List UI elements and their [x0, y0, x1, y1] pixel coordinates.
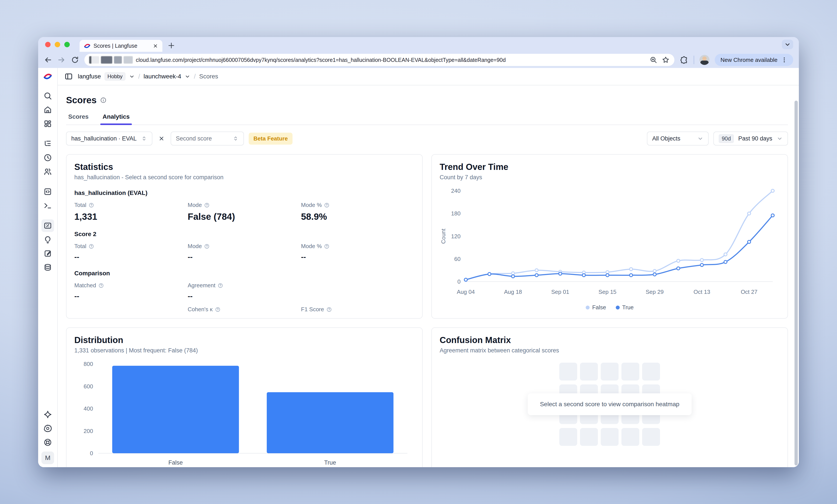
chevron-down-icon[interactable]: [129, 74, 135, 79]
score2-total-value: --: [74, 253, 188, 261]
zoom-icon[interactable]: [649, 56, 657, 64]
help-icon[interactable]: [217, 283, 223, 288]
date-range-select[interactable]: 90d Past 90 days: [713, 132, 788, 146]
sidebar-item-evaluators[interactable]: [41, 233, 54, 246]
svg-text:Sep 01: Sep 01: [551, 288, 569, 295]
breadcrumb-org[interactable]: langfuse: [78, 73, 101, 80]
object-type-select[interactable]: All Objects: [647, 132, 709, 146]
forward-button[interactable]: [57, 56, 66, 64]
search-icon: [43, 92, 52, 100]
svg-text:Count: Count: [440, 228, 447, 244]
sidebar-item-playground[interactable]: [41, 199, 54, 212]
sidebar-item-prompts[interactable]: [41, 185, 54, 198]
extensions-button[interactable]: [680, 56, 688, 64]
chrome-update-pill[interactable]: New Chrome available: [715, 54, 793, 66]
chrome-update-label: New Chrome available: [720, 57, 778, 63]
trend-title: Trend Over Time: [440, 162, 780, 172]
tab-analytics[interactable]: Analytics: [102, 113, 130, 125]
help-icon[interactable]: [204, 243, 210, 249]
matched-value: --: [74, 292, 188, 300]
sidebar-toggle-icon[interactable]: [64, 72, 73, 81]
profile-avatar[interactable]: [699, 55, 710, 65]
plus-icon: [167, 42, 175, 49]
browser-tab[interactable]: Scores | Langfuse: [79, 40, 162, 52]
help-icon[interactable]: [324, 202, 330, 208]
confusion-cell: [559, 428, 577, 446]
help-icon[interactable]: [89, 243, 94, 249]
confusion-placeholder: Select a second score to view comparison…: [440, 363, 780, 446]
help-icon[interactable]: [204, 202, 210, 208]
address-bar[interactable]: cloud.langfuse.com/project/cmhnuoj660007…: [84, 54, 674, 66]
sidebar-item-scores[interactable]: [41, 219, 54, 232]
agreement-label: Agreement: [188, 282, 301, 289]
page-scrollbar[interactable]: [795, 100, 798, 466]
window-controls: [45, 42, 70, 47]
confusion-cell: [642, 363, 660, 380]
svg-text:Sep 15: Sep 15: [599, 288, 617, 295]
sidebar-item-search[interactable]: [41, 90, 54, 102]
confusion-title: Confusion Matrix: [440, 335, 780, 345]
help-icon[interactable]: [215, 307, 220, 312]
svg-text:400: 400: [84, 405, 93, 412]
info-icon[interactable]: [100, 97, 107, 104]
sidebar-item-dashboards[interactable]: [41, 117, 54, 130]
tab-close-icon[interactable]: [153, 43, 158, 49]
sidebar-item-whats-new[interactable]: [41, 408, 54, 421]
help-icon[interactable]: [326, 307, 332, 312]
close-window-button[interactable]: [45, 42, 51, 47]
bookmark-star-icon[interactable]: [662, 56, 670, 64]
help-icon[interactable]: [98, 283, 104, 288]
browser-window: Scores | Langfuse: [38, 37, 799, 467]
legend-item: True: [616, 304, 634, 311]
new-tab-button[interactable]: [167, 42, 175, 49]
svg-text:240: 240: [451, 188, 461, 194]
clock-icon: [43, 153, 52, 162]
tab-search-button[interactable]: [782, 40, 793, 49]
chevron-down-icon: [784, 41, 791, 48]
site-info-redacted[interactable]: [89, 56, 133, 63]
main-area: langfuse Hobby / launchweek-4 / Scores S…: [58, 68, 799, 467]
beta-feature-badge: Beta Feature: [249, 133, 293, 145]
score1-select[interactable]: has_hallucination · EVAL: [66, 132, 153, 146]
f1-value: --: [301, 316, 414, 319]
chevron-down-icon[interactable]: [184, 74, 190, 79]
maximize-window-button[interactable]: [64, 42, 70, 47]
trend-line-chart: 060120180240Aug 04Aug 18Sep 01Sep 15Sep …: [440, 185, 780, 302]
legend-item: False: [586, 304, 606, 311]
sidebar-item-sessions[interactable]: [41, 151, 54, 164]
help-icon[interactable]: [324, 243, 330, 249]
sidebar-item-annotation[interactable]: [41, 247, 54, 260]
confusion-cell: [621, 428, 639, 446]
clear-score1-button[interactable]: [157, 134, 166, 143]
reload-button[interactable]: [71, 56, 79, 64]
kebab-menu-icon[interactable]: [781, 57, 787, 63]
sidebar-item-datasets[interactable]: [41, 261, 54, 274]
filter-bar: has_hallucination · EVAL Second score Be…: [66, 132, 788, 146]
help-icon[interactable]: [89, 202, 94, 208]
statistics-title: Statistics: [74, 162, 414, 172]
svg-text:Aug 04: Aug 04: [457, 288, 475, 295]
minimize-window-button[interactable]: [55, 42, 60, 47]
plan-badge[interactable]: Hobby: [104, 72, 126, 81]
browser-toolbar: cloud.langfuse.com/project/cmhnuoj660007…: [38, 52, 799, 68]
sidebar-item-home[interactable]: [41, 104, 54, 116]
breadcrumb-section[interactable]: Scores: [199, 73, 218, 80]
svg-text:200: 200: [84, 428, 93, 434]
app-header: langfuse Hobby / launchweek-4 / Scores: [58, 68, 799, 86]
confusion-cell: [559, 363, 577, 380]
sidebar-item-support[interactable]: [41, 436, 54, 449]
sidebar-item-users[interactable]: [41, 165, 54, 178]
lifebuoy-icon: [43, 438, 52, 447]
back-button[interactable]: [44, 56, 52, 64]
scrollbar-thumb[interactable]: [795, 100, 798, 465]
distribution-card: Distribution 1,331 observations | Most f…: [66, 328, 423, 467]
confusion-cell: [601, 363, 619, 380]
second-score-select[interactable]: Second score: [171, 132, 244, 146]
breadcrumb-project[interactable]: launchweek-4: [144, 73, 181, 80]
tab-scores[interactable]: Scores: [67, 113, 89, 125]
sidebar-item-tracing[interactable]: [41, 137, 54, 150]
chevron-up-down-icon: [233, 135, 239, 142]
user-avatar[interactable]: M: [41, 451, 54, 464]
sidebar-item-settings[interactable]: [41, 422, 54, 435]
langfuse-logo[interactable]: [43, 71, 52, 81]
